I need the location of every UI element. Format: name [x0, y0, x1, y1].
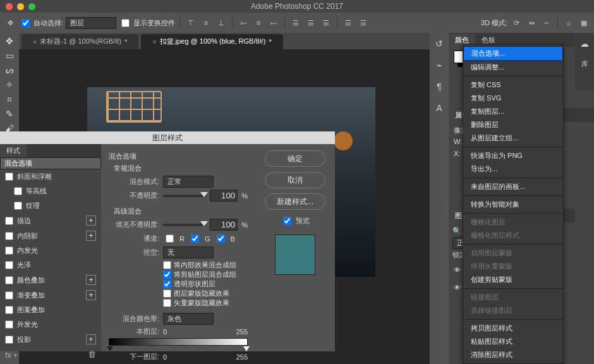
- fx-enable-check[interactable]: [5, 336, 13, 344]
- lasso-tool[interactable]: ᔕ: [2, 64, 17, 76]
- fx-item[interactable]: 投影+: [0, 332, 101, 347]
- blend-if-this-slider[interactable]: [109, 338, 248, 346]
- fx-item[interactable]: 图案叠加: [0, 303, 101, 317]
- character-icon[interactable]: A: [432, 101, 446, 115]
- align-bottom-icon[interactable]: ⊥: [215, 16, 227, 29]
- fx-enable-check[interactable]: [5, 232, 13, 240]
- add-fx-icon[interactable]: +: [86, 231, 96, 241]
- blend-if-select[interactable]: 灰色: [163, 313, 214, 325]
- fx-enable-check[interactable]: [14, 187, 22, 195]
- fx-enable-check[interactable]: [5, 261, 13, 269]
- doc-tab-2[interactable]: ×扣篮.jpeg @ 100% (blue, RGB/8#)*: [141, 34, 282, 49]
- distribute-1-icon[interactable]: ☰: [289, 16, 302, 29]
- fill-opacity-value[interactable]: [210, 219, 238, 231]
- opt-mask-hides-fx[interactable]: [163, 289, 171, 298]
- align-top-icon[interactable]: ⊤: [185, 16, 197, 29]
- preview-check[interactable]: [283, 217, 291, 225]
- fx-item[interactable]: 纹理: [0, 198, 101, 213]
- distribute-4-icon[interactable]: ☰: [342, 16, 355, 29]
- close-icon[interactable]: ×: [33, 38, 37, 46]
- fx-enable-check[interactable]: [5, 173, 13, 181]
- fx-enable-check[interactable]: [5, 276, 13, 284]
- channel-b[interactable]: [217, 234, 225, 243]
- menu-item[interactable]: 删除图层: [463, 118, 563, 131]
- align-vmid-icon[interactable]: ≡: [200, 16, 212, 29]
- knockout-select[interactable]: 无: [163, 246, 214, 258]
- wand-tool[interactable]: ✧: [2, 78, 17, 91]
- new-style-button[interactable]: 新建样式...: [265, 193, 325, 210]
- menu-item[interactable]: 清除图层样式: [463, 348, 563, 361]
- menu-item[interactable]: 转换为智能对象: [463, 198, 563, 211]
- add-fx-icon[interactable]: +: [86, 290, 96, 300]
- marquee-tool[interactable]: ▭: [2, 49, 17, 62]
- styles-tab[interactable]: 样式: [0, 144, 27, 157]
- trash-icon[interactable]: 🗑: [88, 349, 96, 361]
- search-icon[interactable]: ⌕: [562, 16, 575, 29]
- fx-item[interactable]: 内阴影+: [0, 228, 101, 243]
- add-fx-icon[interactable]: +: [86, 215, 96, 226]
- add-fx-icon[interactable]: +: [86, 334, 96, 344]
- fx-enable-check[interactable]: [5, 246, 13, 255]
- menu-item[interactable]: 快速导出为 PNG: [463, 149, 563, 162]
- ok-button[interactable]: 确定: [265, 150, 325, 167]
- fx-item[interactable]: 颜色叠加+: [0, 272, 101, 288]
- orbit-3d-icon[interactable]: ⟳: [510, 16, 523, 29]
- distribute-3-icon[interactable]: ☰: [320, 16, 332, 29]
- fx-item[interactable]: 等高线: [0, 184, 101, 198]
- fx-enable-check[interactable]: [14, 202, 22, 210]
- menu-item[interactable]: 拷贝图层样式: [463, 322, 563, 335]
- cancel-button[interactable]: 取消: [265, 172, 325, 188]
- add-fx-icon[interactable]: +: [86, 275, 96, 285]
- opt-interior-fx[interactable]: [163, 261, 171, 269]
- fill-slider[interactable]: [163, 224, 206, 226]
- actions-icon[interactable]: ⌁: [432, 58, 446, 72]
- slide-3d-icon[interactable]: ↔: [540, 16, 553, 29]
- fx-enable-check[interactable]: [5, 320, 13, 329]
- close-icon[interactable]: ×: [152, 38, 156, 46]
- fx-enable-check[interactable]: [5, 217, 13, 225]
- fx-item[interactable]: 内发光: [0, 243, 101, 258]
- opacity-value[interactable]: [210, 190, 238, 202]
- doc-tab-1[interactable]: ×未标题-1 @ 100%(RGB/8)*: [21, 34, 138, 49]
- menu-item[interactable]: 从图层建立组...: [463, 131, 563, 145]
- eyedropper-tool[interactable]: ✎: [2, 107, 17, 120]
- distribute-5-icon[interactable]: ☰: [357, 16, 370, 29]
- blend-mode-select[interactable]: 正常: [163, 176, 214, 188]
- menu-item[interactable]: 粘贴图层样式: [463, 335, 563, 348]
- visibility-icon[interactable]: 👁: [454, 266, 463, 274]
- crop-tool[interactable]: ⌗: [2, 93, 17, 106]
- auto-select-check[interactable]: 自动选择:: [19, 17, 63, 29]
- menu-item[interactable]: 导出为...: [463, 162, 563, 176]
- fx-enable-check[interactable]: [5, 291, 13, 300]
- fx-item[interactable]: 光泽: [0, 258, 101, 272]
- fx-enable-check[interactable]: [5, 306, 13, 314]
- show-transform-check[interactable]: 显示变换控件: [119, 17, 175, 29]
- workspace-icon[interactable]: ▦: [578, 16, 590, 29]
- cc-cloud-icon[interactable]: ☁: [578, 37, 591, 51]
- menu-item[interactable]: 混合选项...: [463, 46, 563, 61]
- menu-item[interactable]: 复制 CSS: [463, 78, 563, 92]
- fx-item[interactable]: 混合选项: [0, 157, 101, 169]
- visibility-icon[interactable]: 👁: [454, 284, 463, 291]
- fx-item[interactable]: 描边+: [0, 213, 101, 228]
- fx-item[interactable]: 渐变叠加+: [0, 288, 101, 303]
- opt-clipped-blend[interactable]: [163, 270, 171, 279]
- opt-vector-mask-hides-fx[interactable]: [163, 299, 171, 307]
- menu-item[interactable]: 创建剪贴蒙版: [463, 273, 563, 286]
- menu-item[interactable]: 复制图层...: [463, 105, 563, 118]
- move-tool[interactable]: ✥: [2, 35, 17, 47]
- auto-select-target[interactable]: 图层: [66, 17, 116, 29]
- opt-transparency-shapes[interactable]: [163, 280, 171, 288]
- paragraph-icon[interactable]: ¶: [432, 80, 446, 94]
- fx-menu-icon[interactable]: fx＋: [5, 349, 20, 361]
- fx-item[interactable]: 斜面和浮雕: [0, 169, 101, 184]
- fx-item[interactable]: 外发光: [0, 317, 101, 332]
- menu-item[interactable]: 编辑调整...: [463, 61, 563, 74]
- menu-item[interactable]: 复制 SVG: [463, 92, 563, 105]
- cc-library-label[interactable]: 库: [581, 59, 588, 69]
- pan-3d-icon[interactable]: ⇔: [525, 16, 538, 29]
- align-hmid-icon[interactable]: ≡: [252, 16, 265, 29]
- history-icon[interactable]: ↺: [432, 37, 446, 51]
- menu-item[interactable]: 来自图层的画板...: [463, 180, 563, 193]
- channel-r[interactable]: [166, 234, 174, 243]
